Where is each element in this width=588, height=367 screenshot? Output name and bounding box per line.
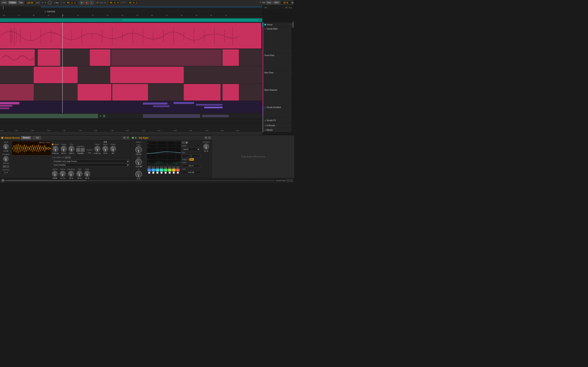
damping-knob[interactable] [68, 171, 74, 177]
algo-icon[interactable]: ≡ [76, 148, 80, 152]
loop-icon-bottom[interactable]: ⟲ [1, 179, 4, 182]
dry-wet-knob[interactable] [203, 143, 209, 150]
ir-prev-btn[interactable]: ◁ [65, 156, 68, 159]
band8-btn[interactable]: 8 [176, 169, 180, 171]
band6-checkbox[interactable] [169, 172, 171, 174]
wave-icon-2[interactable]: ⊞ [105, 141, 107, 143]
band3-type-icon[interactable] [156, 166, 159, 168]
track-item-vocals-doubled[interactable]: ⊙ Vocals Doubled [263, 105, 294, 118]
band3-btn[interactable]: 3 [156, 169, 159, 171]
eq-close-icon[interactable]: ✕ [208, 136, 211, 139]
phase-knob[interactable] [110, 146, 116, 152]
scrollbar-thumb[interactable] [292, 22, 294, 28]
adapt-q-on-btn[interactable]: On [190, 158, 194, 161]
ms-button[interactable]: ms [3, 165, 7, 168]
reverb-tab-eq[interactable]: EQ [33, 136, 41, 140]
wave-knob[interactable] [102, 146, 108, 152]
send-knob[interactable] [3, 144, 9, 150]
band8-checkbox[interactable] [177, 172, 179, 174]
band6-btn[interactable]: 6 [168, 169, 172, 171]
band5-btn[interactable]: 5 [164, 169, 167, 171]
band5-checkbox[interactable] [164, 172, 167, 174]
freq-knob[interactable] [135, 146, 142, 153]
edit-icon[interactable]: ✎ [289, 6, 291, 8]
follow-button[interactable]: Follow [8, 1, 17, 4]
scale-value[interactable]: 100 % [182, 164, 200, 167]
zoom-display[interactable]: 15 % [281, 1, 291, 4]
quantize-display[interactable]: 1 Bar [53, 1, 60, 4]
band4-checkbox[interactable] [160, 172, 163, 174]
band7-type-icon[interactable] [172, 166, 175, 168]
track-item-vocals-fx[interactable]: ⊙ Vocals FX [263, 118, 294, 123]
band2-btn[interactable]: 2 [151, 169, 155, 171]
loop-icon[interactable]: ↺ [96, 1, 98, 4]
back-icon[interactable]: ← [287, 6, 289, 8]
rate-knob[interactable] [84, 171, 90, 177]
stop-button[interactable]: ■ [85, 1, 89, 5]
band1-btn[interactable]: 1 [147, 169, 151, 171]
eq-display[interactable]: 100 1k 10k 12 6 0 -6 -12 [147, 141, 181, 166]
eq-icon-1[interactable]: □ [182, 141, 185, 144]
ir-name-select[interactable]: Vocal Chamber [52, 163, 130, 167]
track-item-master[interactable]: ⊙ Master [263, 128, 294, 132]
band2-checkbox[interactable] [152, 172, 154, 174]
wave-icon-1[interactable]: ⊡ [104, 141, 105, 143]
blend-knob[interactable] [52, 171, 58, 177]
band7-checkbox[interactable] [173, 172, 175, 174]
ir-type-select[interactable]: Chambers and Large Rooms [52, 160, 130, 163]
feedback-display[interactable]: 0.0 % [1, 171, 11, 174]
reverb-settings-icon[interactable]: ⚙ [123, 136, 126, 139]
gain-knob[interactable] [135, 159, 142, 165]
sync-button[interactable]: ♩ [7, 165, 9, 168]
tap-button[interactable]: Tap [18, 1, 24, 4]
band7-btn[interactable]: 7 [172, 169, 176, 171]
track-item-vocals-main[interactable]: ⊙ Vocals Main [263, 27, 294, 53]
reverb-close-icon[interactable]: ✕ [126, 136, 129, 139]
rewind-icon[interactable]: ◁◁ [99, 1, 103, 4]
freeze-dropdown[interactable]: Tides [86, 151, 92, 154]
set-options-icon[interactable]: ⊕ [285, 6, 287, 8]
eq-settings-icon[interactable]: ⚙ [205, 136, 208, 139]
ir-next-btn[interactable]: ▷ [68, 156, 71, 159]
right-scrollbar[interactable] [292, 5, 294, 135]
band2-type-icon[interactable] [152, 166, 155, 168]
output-gain-display[interactable]: 0.00 dB [182, 171, 200, 174]
band4-btn[interactable]: 4 [160, 169, 163, 171]
track-item-good-start[interactable]: Good Start ❄ [263, 53, 294, 71]
band5-type-icon[interactable] [164, 166, 167, 168]
band1-type-icon[interactable] [148, 166, 151, 168]
playback-progress[interactable] [5, 180, 275, 181]
attack-knob[interactable] [52, 146, 59, 152]
bpm-display[interactable]: 129.00 [25, 1, 35, 4]
bottom-btn-1[interactable] [287, 179, 290, 182]
eq-icon-2[interactable]: ▦ [185, 141, 188, 144]
punch-icon[interactable]: ⊙ [104, 1, 106, 4]
record-button[interactable]: ● [90, 1, 94, 5]
metronome-icon[interactable] [48, 1, 52, 5]
bottom-btn-2[interactable] [290, 179, 293, 182]
key-button[interactable]: Key [266, 1, 272, 4]
band3-checkbox[interactable] [156, 172, 158, 174]
track-item-nice-flow[interactable]: Nice Flow ❄ [263, 71, 294, 88]
mode-select[interactable]: Stereo [182, 148, 200, 151]
edit-value[interactable]: A [182, 155, 200, 157]
band8-type-icon[interactable] [176, 166, 179, 168]
delay-knob[interactable] [94, 146, 100, 152]
link-button[interactable]: Link [1, 1, 7, 4]
time-sig[interactable]: 4 / 4 [40, 1, 47, 4]
band1-checkbox[interactable] [148, 172, 150, 174]
decay-knob[interactable] [61, 146, 67, 152]
decay2-knob[interactable] [60, 171, 66, 177]
tide-knob[interactable] [76, 171, 82, 177]
midi-button[interactable]: MIDI [273, 1, 280, 4]
band6-type-icon[interactable] [168, 166, 171, 168]
q-knob[interactable] [135, 171, 142, 177]
track-item-a-reverb[interactable]: ⊙ A Reverb [263, 123, 294, 128]
menu-icon[interactable]: ≡ [292, 1, 293, 4]
reverb-tab-reverb[interactable]: Reverb [21, 136, 31, 140]
predelay-knob[interactable] [3, 156, 9, 162]
band4-type-icon[interactable] [160, 166, 163, 168]
track-item-more-relaxed[interactable]: More Relaxed ❄ [263, 88, 294, 105]
size-knob[interactable] [68, 146, 75, 152]
track-item-strings[interactable]: Strings H [263, 22, 294, 27]
